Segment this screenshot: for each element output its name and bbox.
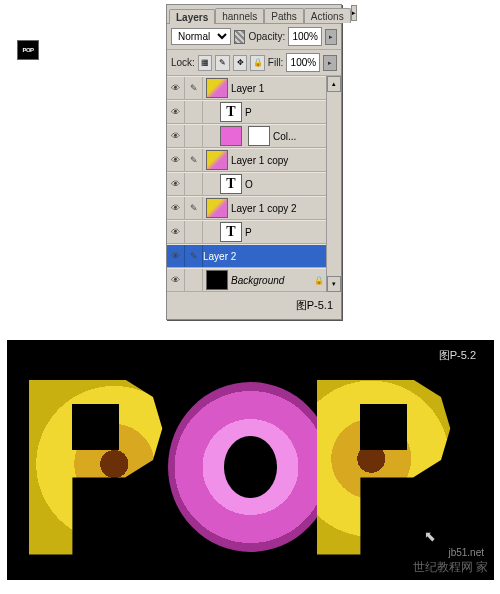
link-box[interactable] — [185, 125, 203, 147]
layer-row[interactable]: 👁 T P — [167, 100, 326, 124]
lock-all-icon[interactable]: 🔒 — [250, 55, 264, 71]
lock-indicator-icon: 🔒 — [312, 276, 326, 285]
layers-panel: Layers hannels Paths Actions ▸ Normal Op… — [166, 4, 342, 320]
result-canvas: 图P-5.2 ⬉ jb51.net 世纪教程网 家 — [7, 340, 494, 580]
link-icon[interactable]: ✎ — [185, 197, 203, 219]
visibility-icon[interactable]: 👁 — [167, 101, 185, 123]
mask-thumb[interactable] — [248, 126, 270, 146]
layer-row[interactable]: 👁 Background 🔒 — [167, 268, 326, 292]
layer-name[interactable]: P — [245, 227, 326, 238]
visibility-icon[interactable]: 👁 — [167, 173, 185, 195]
opacity-flyout-icon[interactable]: ▸ — [325, 29, 337, 45]
cursor-icon: ⬉ — [424, 528, 436, 544]
link-icon[interactable]: ✎ — [185, 149, 203, 171]
layer-name[interactable]: O — [245, 179, 326, 190]
lock-row: Lock: ▦ ✎ ✥ 🔒 Fill: ▸ — [167, 50, 341, 76]
link-icon[interactable]: ✎ — [185, 77, 203, 99]
tab-layers[interactable]: Layers — [169, 9, 215, 24]
layer-thumb[interactable] — [206, 198, 228, 218]
layer-thumb[interactable] — [206, 270, 228, 290]
blend-swatch-icon — [234, 30, 245, 44]
fill-thumb[interactable] — [220, 126, 242, 146]
layer-name[interactable]: Layer 2 — [203, 251, 326, 262]
layer-row[interactable]: 👁 Col... — [167, 124, 326, 148]
scroll-up-icon[interactable]: ▴ — [327, 76, 341, 92]
tab-actions[interactable]: Actions — [304, 8, 351, 23]
layer-thumb[interactable] — [206, 150, 228, 170]
lock-label: Lock: — [171, 57, 195, 68]
type-layer-icon[interactable]: T — [220, 222, 242, 242]
layer-name[interactable]: P — [245, 107, 326, 118]
link-box[interactable] — [185, 221, 203, 243]
tab-paths[interactable]: Paths — [264, 8, 304, 23]
panel-tabs: Layers hannels Paths Actions ▸ — [167, 5, 341, 24]
visibility-icon[interactable]: 👁 — [167, 77, 185, 99]
type-layer-icon[interactable]: T — [220, 174, 242, 194]
visibility-icon[interactable]: 👁 — [167, 245, 185, 267]
visibility-icon[interactable]: 👁 — [167, 125, 185, 147]
layer-row[interactable]: 👁 T O — [167, 172, 326, 196]
layer-name[interactable]: Layer 1 copy 2 — [231, 203, 326, 214]
layer-row[interactable]: 👁 T P — [167, 220, 326, 244]
lock-pixels-icon[interactable]: ✎ — [215, 55, 229, 71]
lock-transparency-icon[interactable]: ▦ — [198, 55, 212, 71]
watermark: jb51.net — [448, 547, 484, 558]
layer-row[interactable]: 👁 ✎ Layer 1 copy — [167, 148, 326, 172]
letter-p — [29, 380, 184, 555]
figure-caption: 图P-5.2 — [439, 348, 476, 363]
layer-row[interactable]: 👁 ✎ Layer 1 — [167, 76, 326, 100]
figure-caption: 图P-5.1 — [167, 292, 341, 319]
blend-row: Normal Opacity: ▸ — [167, 24, 341, 50]
fill-flyout-icon[interactable]: ▸ — [323, 55, 337, 71]
opacity-field[interactable] — [288, 27, 322, 46]
link-box[interactable] — [185, 269, 203, 291]
visibility-icon[interactable]: 👁 — [167, 221, 185, 243]
layer-name[interactable]: Layer 1 — [231, 83, 326, 94]
visibility-icon[interactable]: 👁 — [167, 269, 185, 291]
layer-name[interactable]: Background — [231, 275, 312, 286]
layer-name[interactable]: Layer 1 copy — [231, 155, 326, 166]
layer-thumb[interactable]: POP — [17, 40, 39, 60]
opacity-label: Opacity: — [248, 31, 285, 42]
visibility-icon[interactable]: 👁 — [167, 149, 185, 171]
fill-field[interactable] — [286, 53, 320, 72]
link-box[interactable] — [185, 173, 203, 195]
panel-menu-icon[interactable]: ▸ — [351, 5, 357, 21]
link-icon[interactable]: ✎ — [185, 245, 203, 267]
lock-position-icon[interactable]: ✥ — [233, 55, 247, 71]
layer-row-selected[interactable]: 👁 ✎ POP Layer 2 — [167, 244, 326, 268]
fill-label: Fill: — [268, 57, 284, 68]
letter-o — [168, 382, 333, 552]
link-box[interactable] — [185, 101, 203, 123]
layers-scrollbar[interactable]: ▴ ▾ — [326, 76, 341, 292]
letter-p — [317, 380, 472, 555]
watermark: 世纪教程网 家 — [413, 559, 488, 576]
type-layer-icon[interactable]: T — [220, 102, 242, 122]
visibility-icon[interactable]: 👁 — [167, 197, 185, 219]
layer-name[interactable]: Col... — [273, 131, 326, 142]
layer-row[interactable]: 👁 ✎ Layer 1 copy 2 — [167, 196, 326, 220]
layer-thumb[interactable] — [206, 78, 228, 98]
blend-mode-select[interactable]: Normal — [171, 28, 231, 45]
pop-text-art — [21, 380, 480, 554]
layers-list: 👁 ✎ Layer 1 👁 T P 👁 Col... — [167, 76, 326, 292]
tab-channels[interactable]: hannels — [215, 8, 264, 23]
scroll-down-icon[interactable]: ▾ — [327, 276, 341, 292]
